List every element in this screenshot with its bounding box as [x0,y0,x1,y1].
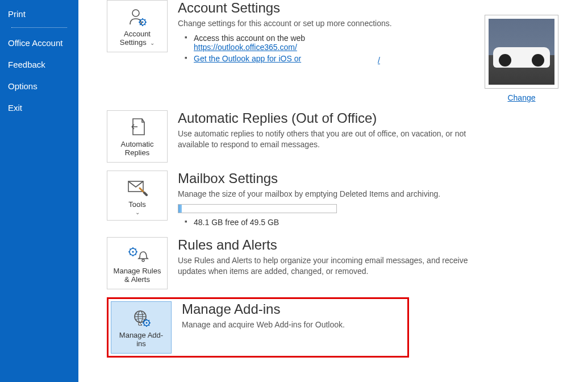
account-picture-area: Change [485,0,558,102]
mailbox-usage-bar [178,204,337,213]
svg-line-8 [144,24,145,26]
bullet-item: Access this account on the web https://o… [185,34,473,52]
bullet-text: Access this account on the web [194,34,305,43]
svg-line-10 [140,24,141,26]
mailbox-settings-desc: Manage the size of your mailbox by empty… [178,189,473,200]
svg-point-27 [145,322,147,323]
tile-label: Account [124,30,151,38]
account-picture-frame [485,15,558,89]
outlook-web-link[interactable]: https://outlook.office365.com/ [194,43,297,52]
mailbox-settings-title: Mailbox Settings [178,171,473,186]
svg-line-20 [135,248,136,250]
svg-line-19 [135,254,136,255]
tile-label: Tools [128,200,145,209]
svg-line-34 [148,320,149,321]
envelope-tool-icon [110,177,165,198]
section-mailbox-settings: Tools ⌄ Mailbox Settings Manage the size… [107,171,588,229]
tile-label: Manage Add- [119,331,163,339]
tile-label: & Alerts [124,275,150,284]
highlight-annotation: Manage Add- ins Manage Add-ins Manage an… [107,297,409,358]
tile-label: Manage Rules [114,267,161,275]
svg-point-2 [141,22,143,23]
chevron-down-icon: ⌄ [110,209,165,216]
manage-addins-title: Manage Add-ins [182,301,405,317]
svg-line-9 [144,19,145,20]
svg-line-7 [140,19,141,20]
rules-alerts-title: Rules and Alerts [178,237,473,253]
automatic-replies-desc: Use automatic replies to notify others t… [178,128,473,150]
svg-point-22 [142,259,144,261]
sidebar-item-print[interactable]: Print [0,3,78,25]
bullet-item: Get the Outlook app for iOS or [185,54,473,63]
tile-label: Settings [120,38,147,47]
svg-line-18 [130,248,131,250]
person-gear-icon [110,6,165,28]
globe-gear-icon [114,308,169,329]
sidebar-item-exit[interactable]: Exit [0,97,78,119]
tile-label: Automatic [121,140,154,148]
sidebar-item-options[interactable]: Options [0,76,78,97]
mailbox-usage-fill [178,205,182,213]
reply-page-icon [110,117,165,138]
section-account-settings: Account Settings ⌄ Account Settings Chan… [107,0,588,102]
sidebar-item-feedback[interactable]: Feedback [0,54,78,76]
automatic-replies-title: Automatic Replies (Out of Office) [178,110,473,126]
outlook-app-link[interactable]: Get the Outlook app for iOS or [194,54,301,63]
sidebar-item-office-account[interactable]: Office Account [0,32,78,54]
svg-line-32 [144,320,145,321]
account-picture [489,19,554,85]
account-settings-tile[interactable]: Account Settings ⌄ [107,0,168,52]
sidebar: Print Office Account Feedback Options Ex… [0,0,78,382]
svg-point-13 [132,251,134,252]
manage-rules-tile[interactable]: Manage Rules & Alerts [107,237,168,289]
tile-label: Replies [125,148,149,157]
account-settings-title: Account Settings [178,0,473,16]
svg-line-33 [148,325,149,326]
rules-alerts-desc: Use Rules and Alerts to help organize yo… [178,255,473,277]
svg-line-21 [130,254,131,255]
manage-addins-desc: Manage and acquire Web Add-ins for Outlo… [182,319,405,330]
automatic-replies-tile[interactable]: Automatic Replies [107,110,168,163]
manage-addins-tile[interactable]: Manage Add- ins [111,301,172,354]
svg-line-35 [144,325,145,326]
mailbox-free-text: 48.1 GB free of 49.5 GB [185,218,473,227]
main-content: Account Settings ⌄ Account Settings Chan… [78,0,588,382]
svg-point-0 [132,10,139,16]
section-automatic-replies: Automatic Replies Automatic Replies (Out… [107,110,588,163]
gear-bell-icon [110,243,165,265]
sidebar-separator [11,27,67,28]
orphan-link-char[interactable]: / [378,56,380,65]
section-rules-alerts: Manage Rules & Alerts Rules and Alerts U… [107,237,588,289]
tile-label: ins [136,339,146,348]
change-picture-link[interactable]: Change [507,93,535,102]
tools-tile[interactable]: Tools ⌄ [107,171,168,221]
account-settings-desc: Change settings for this account or set … [178,18,473,29]
chevron-down-icon: ⌄ [148,40,155,46]
